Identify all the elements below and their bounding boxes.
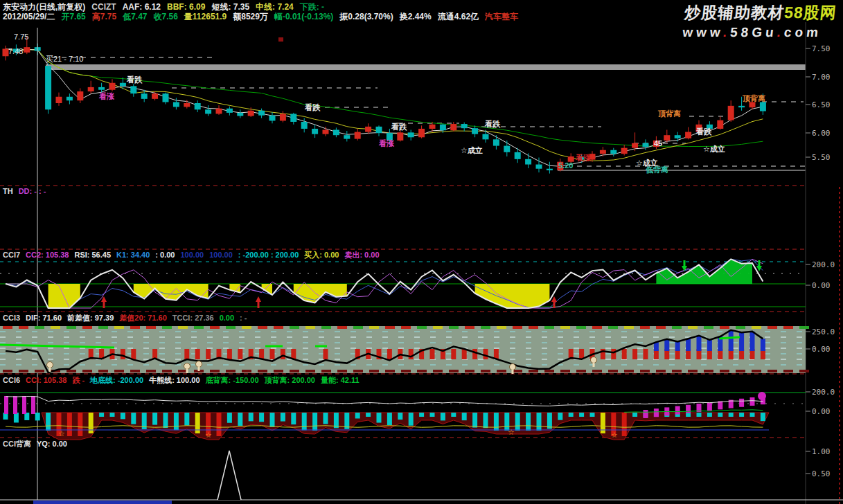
panel-header-cci7: CCI7CC2: 105.38RSI: 56.45K1: 34.40: 0.00… <box>3 250 385 260</box>
cci3-field: 差值20: 71.60 <box>119 314 166 322</box>
panel-header-ccibg: CCI背离YQ: 0.00 <box>3 439 73 449</box>
cci3-field: 0.00 <box>220 314 234 322</box>
cci7-field: 100.00 <box>180 251 204 259</box>
cci7-field: : 0.00 <box>155 251 175 259</box>
cci6-field: 底背离: -150.00 <box>206 376 259 384</box>
cci7-field: 100.00 <box>209 251 233 259</box>
cci7-field: 买入: 0.00 <box>304 251 339 259</box>
watermark-url: www.58Gu.com <box>682 25 836 40</box>
cci6-field: 牛熊线: 100.00 <box>149 376 199 384</box>
panel-header-th: THDD: - : - <box>3 187 51 195</box>
cci3-field: CCI3 <box>3 314 20 322</box>
cci7-field: 卖出: 0.00 <box>344 251 379 259</box>
th-field: TH <box>3 187 13 195</box>
watermark-title-yellow: 58股网 <box>783 3 837 21</box>
cci6-field: 地底线: -200.00 <box>90 376 143 384</box>
cci6-field: CCI: 105.38 <box>26 376 66 384</box>
watermark-title-white: 炒股辅助教材 <box>684 3 786 21</box>
watermark: 炒股辅助教材58股网 www.58Gu.com <box>682 2 838 40</box>
cci6-field: 跌 - <box>72 376 85 384</box>
ccibg-field: CCI背离 <box>3 440 31 448</box>
cci6-field: 顶背离: 200.00 <box>265 376 315 384</box>
cci3-field: : - <box>240 314 247 322</box>
cci3-field: TCCI: 27.36 <box>172 314 214 322</box>
ccibg-field: YQ: 0.00 <box>37 440 67 448</box>
cci7-field: RSI: 56.45 <box>74 251 111 259</box>
cci6-field: 量能: 42.11 <box>321 376 360 384</box>
cci7-field: : -200.00 : 200.00 <box>238 251 299 259</box>
cci3-field: DIF: 71.60 <box>26 314 62 322</box>
watermark-url-part: com <box>783 25 822 39</box>
watermark-url-part: 58Gu <box>730 25 779 39</box>
cci7-field: CCI7 <box>3 251 20 259</box>
stock-app-screen: 东安动力(日线,前复权)CCIZTAAF: 6.12BBF: 6.09短线: 7… <box>0 0 843 504</box>
panel-header-cci3: CCI3DIF: 71.60前差值: 97.39差值20: 71.60TCCI:… <box>3 313 253 323</box>
panel-header-cci6: CCI6CCI: 105.38跌 -地底线: -200.00牛熊线: 100.0… <box>3 375 365 386</box>
cci6-field: CCI6 <box>3 376 20 384</box>
cci7-field: K1: 34.40 <box>116 251 150 259</box>
watermark-title: 炒股辅助教材58股网 <box>684 2 838 24</box>
th-field: DD: - : - <box>19 187 46 195</box>
cci3-field: 前差值: 97.39 <box>67 314 114 322</box>
cci7-field: CC2: 105.38 <box>26 251 69 259</box>
watermark-url-part: www <box>682 25 725 39</box>
